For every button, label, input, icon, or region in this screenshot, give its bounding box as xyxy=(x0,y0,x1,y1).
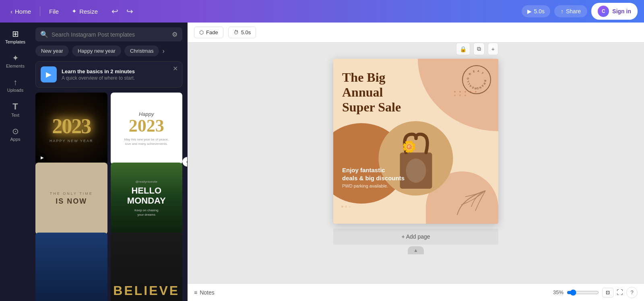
uploads-label: Uploads xyxy=(7,88,23,93)
info-banner: ▶ Learn the basics in 2 minutes A quick … xyxy=(35,61,182,88)
add-button[interactable]: + xyxy=(488,43,498,55)
templates-icon: ⊞ xyxy=(12,30,19,38)
svg-text:REALLY: REALLY xyxy=(463,66,477,90)
share-button[interactable]: ↑ Share xyxy=(554,5,587,17)
resize-label: Resize xyxy=(79,8,98,15)
search-icon: 🔍 xyxy=(40,31,48,38)
sidebar-item-text[interactable]: T Text xyxy=(2,98,29,122)
duration-label: 5.0s xyxy=(241,29,251,35)
notes-icon: ≡ xyxy=(194,289,197,296)
canvas-scroll[interactable]: 🔒 ⧉ + xyxy=(188,43,644,283)
template-monday-title: HELLOMONDAY xyxy=(127,186,166,205)
collapse-arrow[interactable]: ▲ xyxy=(408,246,424,254)
template-happy-small: May this new year be of peace,love and m… xyxy=(124,137,169,146)
svg-text:BRAND: BRAND xyxy=(476,80,487,90)
template-2023-subtitle: HAPPY NEW YEAR xyxy=(50,139,93,143)
template-card-blue[interactable] xyxy=(35,233,107,301)
play-icon: ▶ xyxy=(527,8,532,14)
stamp-svg: G R E A T REALLY BRAND xyxy=(463,66,490,94)
apps-icon: ⊙ xyxy=(12,127,19,135)
leaf-svg xyxy=(453,187,493,219)
clock-icon: ⏱ xyxy=(233,29,239,35)
home-label: Home xyxy=(15,8,31,15)
sidebar-item-apps[interactable]: ⊙ Apps xyxy=(2,123,29,146)
signin-button[interactable]: C Sign in xyxy=(591,3,638,20)
fade-button[interactable]: ⬡ Fade xyxy=(194,27,223,38)
info-text: Learn the basics in 2 minutes A quick ov… xyxy=(62,68,135,81)
zoom-label: 35% xyxy=(553,289,564,295)
svg-point-5 xyxy=(406,159,426,183)
filter-button[interactable]: ⚙ xyxy=(172,31,178,38)
avatar: C xyxy=(598,6,609,17)
canvas-area: ⬡ Fade ⏱ 5.0s 🔒 ⧉ + xyxy=(188,23,644,301)
template-card-happy2023[interactable]: Happy 2023 May this new year be of peace… xyxy=(111,93,183,165)
svg-text:G R E A T: G R E A T xyxy=(466,70,485,80)
fullscreen-button[interactable]: ⛶ xyxy=(617,289,623,296)
sidebar-item-templates[interactable]: ⊞ Templates xyxy=(2,26,29,48)
text-label: Text xyxy=(11,113,19,118)
share-icon: ↑ xyxy=(561,8,564,14)
leaf-decoration xyxy=(453,187,493,221)
lock-button[interactable]: 🔒 xyxy=(456,43,470,55)
design-canvas[interactable]: G R E A T REALLY BRAND xyxy=(333,59,498,224)
pwd-label: PWD parking available. xyxy=(342,183,405,188)
templates-panel: 🔍 ⚙ New year Happy new year Christmas › … xyxy=(31,23,188,301)
search-input[interactable] xyxy=(52,31,169,38)
fade-icon: ⬡ xyxy=(199,29,204,35)
chip-new-year[interactable]: New year xyxy=(35,45,69,56)
undo-button[interactable]: ↩ xyxy=(108,5,122,18)
add-page-button[interactable]: + Add page xyxy=(333,229,498,245)
chips-next-arrow[interactable]: › xyxy=(162,47,164,55)
templates-label: Templates xyxy=(5,39,25,44)
main-content: ⊞ Templates ✦ Elements ↑ Uploads T Text … xyxy=(0,23,644,301)
duplicate-button[interactable]: ⧉ xyxy=(473,43,485,55)
play-button[interactable]: ▶ 5.0s xyxy=(522,5,550,17)
template-believe-text: BELIEVE xyxy=(113,283,180,298)
home-button[interactable]: ‹ Home xyxy=(6,6,35,17)
deals-line2: deals & big discounts xyxy=(342,174,405,182)
template-card-2023[interactable]: 2023 HAPPY NEW YEAR ▶ xyxy=(35,93,107,165)
share-label: Share xyxy=(566,8,581,14)
page-size-button[interactable]: ⊡ xyxy=(602,288,613,297)
deals-text: Enjoy fantastic deals & big discounts PW… xyxy=(342,166,405,188)
duration-button[interactable]: ⏱ 5.0s xyxy=(228,27,256,38)
deals-line1: Enjoy fantastic xyxy=(342,166,405,174)
design-canvas-wrapper: 🔒 ⧉ + xyxy=(333,59,498,254)
template-grid: 2023 HAPPY NEW YEAR ▶ Happy 2023 May thi… xyxy=(31,91,187,301)
help-button[interactable]: ? xyxy=(626,287,638,298)
template-card-believe[interactable]: BELIEVE xyxy=(111,233,183,301)
topbar-divider xyxy=(40,6,40,16)
search-area: 🔍 ⚙ xyxy=(31,23,187,41)
info-title: Learn the basics in 2 minutes xyxy=(62,68,135,74)
template-only-time-sub: THE ONLY TIME xyxy=(50,192,93,196)
resize-button[interactable]: ✦ Resize xyxy=(68,5,102,17)
template-happy-year: 2023 xyxy=(129,117,164,135)
undo-redo-group: ↩ ↪ xyxy=(108,5,136,18)
template-monday-sub: Keep on chasingyour dreams xyxy=(134,208,159,217)
search-box: 🔍 ⚙ xyxy=(35,27,182,41)
bottom-dots xyxy=(341,206,351,208)
notes-button[interactable]: ≡ Notes xyxy=(194,289,215,296)
topbar-right: ▶ 5.0s ↑ Share C Sign in xyxy=(522,3,638,20)
sidebar-item-uploads[interactable]: ↑ Uploads xyxy=(2,74,29,97)
template-card-now[interactable]: THE ONLY TIME IS NOW xyxy=(35,163,107,235)
icon-sidebar: ⊞ Templates ✦ Elements ↑ Uploads T Text … xyxy=(0,23,31,301)
redo-button[interactable]: ↪ xyxy=(123,5,136,18)
play-label: 5.0s xyxy=(534,8,545,14)
video-play-overlay: ▶ xyxy=(38,153,47,162)
template-only-time-main: IS NOW xyxy=(56,197,87,206)
zoom-slider[interactable] xyxy=(567,289,599,296)
file-menu[interactable]: File xyxy=(45,6,63,17)
chevron-left-icon: ‹ xyxy=(10,8,12,15)
brand-stamp: G R E A T REALLY BRAND xyxy=(462,65,491,94)
bottom-bar: ≡ Notes 35% ⊡ ⛶ ? xyxy=(188,283,644,301)
page-icon: ⊡ xyxy=(606,290,610,295)
sidebar-item-elements[interactable]: ✦ Elements xyxy=(2,50,29,72)
topbar: ‹ Home File ✦ Resize ↩ ↪ ▶ 5.0s ↑ Share … xyxy=(0,0,644,23)
info-banner-close-button[interactable]: ✕ xyxy=(173,65,178,72)
chip-happy-new-year[interactable]: Happy new year xyxy=(72,45,121,56)
chips-row: New year Happy new year Christmas › xyxy=(31,41,187,60)
info-play-icon: ▶ xyxy=(41,66,57,82)
chip-christmas[interactable]: Christmas xyxy=(124,45,159,56)
template-card-monday[interactable]: @reallynicesite HELLOMONDAY Keep on chas… xyxy=(111,163,183,235)
